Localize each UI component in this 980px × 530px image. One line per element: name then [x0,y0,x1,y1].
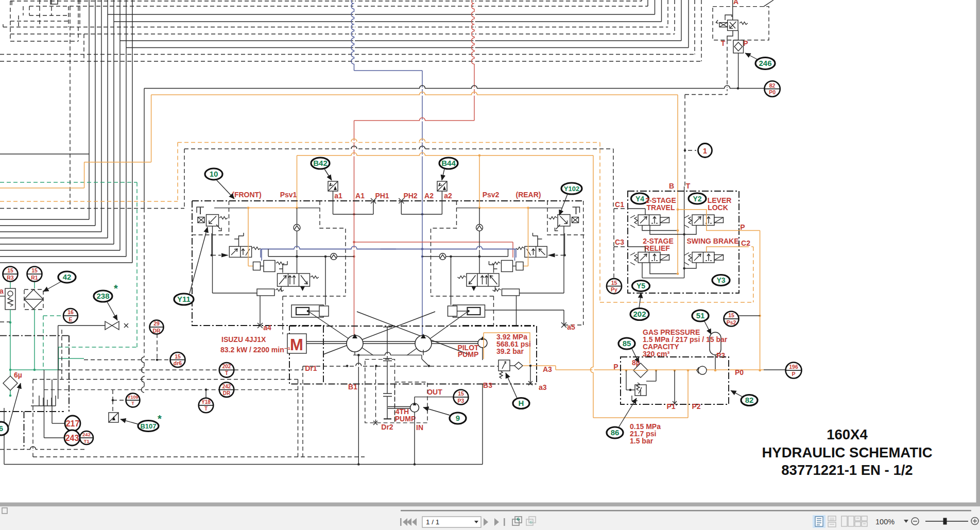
svg-text:P0: P0 [769,89,776,95]
svg-text:P3: P3 [716,351,725,360]
svg-text:(REAR): (REAR) [516,191,541,199]
svg-text:T: T [225,370,228,376]
svg-text:243: 243 [65,434,79,442]
svg-text:217: 217 [66,419,80,428]
svg-text:T: T [131,401,134,406]
svg-text:C3: C3 [615,238,624,246]
svg-text:P: P [743,39,748,47]
svg-text:15: 15 [728,312,734,318]
svg-text:P2: P2 [692,402,700,411]
svg-text:*: * [114,283,118,294]
svg-text:10: 10 [210,169,218,178]
svg-text:82: 82 [769,82,776,89]
svg-text:29: 29 [153,320,160,327]
svg-text:16: 16 [67,309,74,315]
svg-text:1 / 1: 1 / 1 [426,518,439,526]
svg-text:6: 6 [0,424,3,433]
svg-text:Y3: Y3 [716,276,725,284]
svg-text:202: 202 [633,310,646,318]
svg-text:P0: P0 [735,368,744,377]
svg-text:B42: B42 [313,159,328,167]
svg-text:P3: P3 [458,398,465,404]
svg-text:T: T [721,39,726,47]
svg-text:DR: DR [152,328,161,334]
svg-text:202: 202 [222,364,231,369]
svg-text:B1: B1 [348,383,357,391]
svg-text:T: T [204,406,208,412]
svg-text:HYDRAULIC SCHEMATIC: HYDRAULIC SCHEMATIC [762,444,932,460]
svg-text:A2: A2 [424,192,434,200]
svg-text:B: B [669,182,674,190]
svg-text:a1: a1 [334,192,342,200]
svg-text:196: 196 [789,364,798,370]
svg-text:Psv2: Psv2 [483,191,500,199]
svg-text:15: 15 [7,267,13,273]
svg-text:82: 82 [745,396,754,404]
svg-text:H: H [519,399,524,407]
svg-text:dr6: dr6 [174,360,182,366]
svg-text:TRAVEL: TRAVEL [647,203,675,212]
svg-text:238: 238 [96,292,109,300]
svg-text:15: 15 [31,267,38,273]
svg-text:9: 9 [456,414,460,422]
svg-text:Psv1: Psv1 [280,191,297,199]
svg-text:Y2: Y2 [693,195,701,203]
svg-text:100%: 100% [875,518,895,526]
svg-text:Ps2: Ps2 [727,319,736,326]
svg-text:T: T [686,182,691,190]
svg-text:OUT: OUT [427,388,442,396]
svg-text:15: 15 [458,390,464,397]
svg-text:DR: DR [223,390,231,396]
svg-text:Y4: Y4 [635,195,644,203]
svg-text:a5: a5 [567,323,575,331]
svg-text:B44: B44 [441,159,456,167]
svg-text:ISUZU 4JJ1X: ISUZU 4JJ1X [221,335,266,344]
svg-text:C1: C1 [615,200,624,209]
svg-text:Y102: Y102 [564,185,579,193]
svg-text:a3: a3 [539,383,547,391]
svg-text:SWING BRAKE: SWING BRAKE [686,237,738,245]
svg-text:B107: B107 [140,422,156,430]
svg-text:R1: R1 [31,275,38,281]
svg-text:A3: A3 [543,365,552,373]
svg-text:86: 86 [611,428,620,437]
svg-text:P: P [613,363,618,371]
svg-text:B3: B3 [483,381,492,389]
svg-text:PUMP: PUMP [458,350,478,358]
svg-text:PH1: PH1 [375,192,389,200]
svg-text:P: P [792,371,795,377]
svg-text:a2: a2 [444,192,452,200]
svg-text:1: 1 [703,146,707,155]
svg-text:246: 246 [759,59,771,67]
svg-text:39.2 bar: 39.2 bar [496,347,524,355]
svg-text:83.2 kW / 2200 min⁻¹: 83.2 kW / 2200 min⁻¹ [220,346,290,354]
svg-text:6µ: 6µ [14,371,22,379]
svg-text:P: P [740,223,745,231]
svg-text:*: * [158,413,162,424]
svg-text:a: a [0,287,4,295]
svg-text:PH2: PH2 [403,192,417,200]
svg-text:51: 51 [696,311,705,320]
svg-text:Y11: Y11 [177,295,191,303]
svg-text:1.5 bar: 1.5 bar [630,437,654,445]
svg-text:Y5: Y5 [637,282,645,290]
svg-text:85: 85 [623,339,631,348]
svg-text:a4: a4 [263,323,271,332]
svg-text:Dr1: Dr1 [305,364,317,372]
svg-text:42: 42 [63,272,72,281]
svg-text:Dr2: Dr2 [381,423,393,431]
svg-text:160X4: 160X4 [827,426,868,442]
svg-text:E: E [68,316,72,322]
svg-text:Py: Py [611,286,617,293]
svg-text:T1: T1 [83,438,90,444]
svg-text:RELIEF: RELIEF [644,244,670,252]
svg-text:15: 15 [175,353,181,360]
svg-text:Y18: Y18 [201,399,211,405]
svg-text:242: 242 [222,384,231,389]
svg-text:P1: P1 [666,402,675,411]
svg-text:Y109: Y109 [127,395,138,400]
svg-text:15: 15 [611,280,617,286]
svg-text:83771221-1 EN - 1/2: 83771221-1 EN - 1/2 [781,462,913,478]
svg-text:A: A [733,0,738,6]
svg-text:(FRONT): (FRONT) [232,191,262,199]
